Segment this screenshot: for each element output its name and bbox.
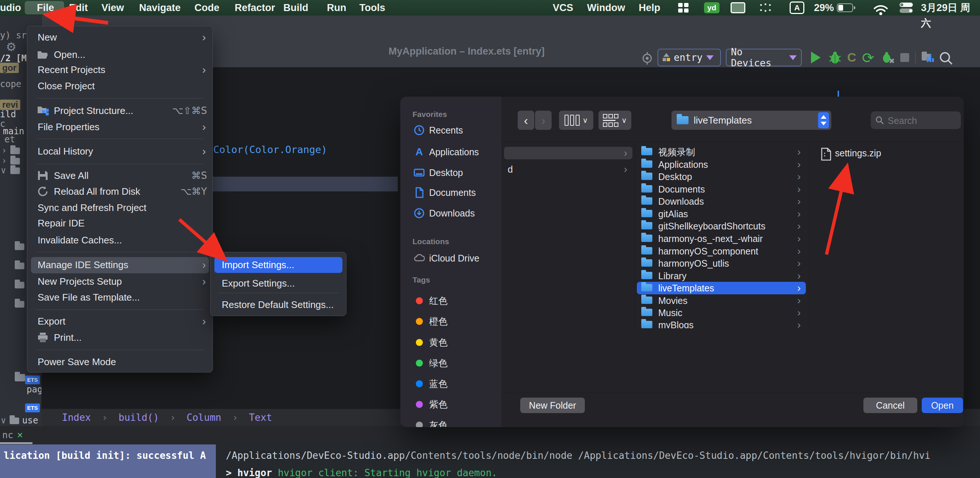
menu-item-manage-ide-settings[interactable]: Manage IDE Settings› [27, 257, 213, 273]
sidebar-tag-blue[interactable]: 蓝色 [400, 376, 502, 391]
search-everywhere-icon[interactable] [939, 51, 953, 66]
file-row[interactable]: Music› [637, 306, 806, 319]
file-row-selected[interactable]: liveTemplates› [637, 282, 806, 294]
wifi-icon[interactable] [874, 3, 888, 18]
file-row[interactable]: Library› [637, 270, 806, 282]
file-row[interactable]: harmonyOS_component› [637, 245, 806, 257]
cancel-button[interactable]: Cancel [864, 398, 917, 413]
breadcrumb-item[interactable]: Text [249, 412, 272, 423]
file-row[interactable]: myBlogs› [637, 319, 806, 328]
menu-help[interactable]: Help [639, 0, 660, 16]
file-row[interactable]: Downloads› [637, 195, 806, 208]
device-selector[interactable]: No Devices [726, 49, 802, 67]
file-row[interactable]: gitShellkeyboardShortcuts› [637, 220, 806, 232]
menu-tools[interactable]: Tools [360, 0, 385, 16]
path-dropdown[interactable]: liveTemplates [671, 111, 831, 130]
menu-item-local-history[interactable]: Local History› [27, 143, 213, 159]
file-row[interactable]: d › [504, 163, 632, 176]
menu-item-file-properties[interactable]: File Properties› [27, 119, 213, 135]
folder-icon[interactable] [15, 282, 24, 288]
stop-debug-icon[interactable] [881, 51, 894, 64]
file-row[interactable]: Documents› [637, 183, 806, 195]
debug-bug-icon[interactable] [829, 51, 841, 64]
rerun-icon[interactable]: ⟳ [862, 49, 875, 67]
menu-item-open[interactable]: Open... [27, 46, 213, 63]
file-row[interactable]: › [504, 147, 632, 159]
chevron-right-icon[interactable]: › [2, 156, 6, 166]
menu-item-new[interactable]: New› [27, 29, 213, 45]
menu-item-recent-projects[interactable]: Recent Projects› [27, 62, 213, 78]
menu-item-restore-default-settings[interactable]: Restore Default Settings... [211, 297, 346, 313]
menu-item-sync-refresh[interactable]: Sync and Refresh Project [27, 200, 213, 216]
sidebar-tag-gray[interactable]: 灰色 [400, 418, 502, 427]
device-target-icon[interactable] [641, 52, 654, 65]
menu-view[interactable]: View [102, 0, 124, 16]
tab-close-icon[interactable]: × [17, 429, 23, 440]
breadcrumb-item[interactable]: Index [62, 412, 91, 423]
breadcrumb-item[interactable]: Column [187, 412, 221, 423]
folder-icon[interactable] [15, 301, 24, 308]
keyboard-brightness-icon[interactable] [759, 0, 772, 16]
menu-file[interactable]: File [37, 0, 54, 16]
menu-item-project-structure[interactable]: Project Structure... ⌥⇧⌘S [27, 103, 213, 119]
menu-refactor[interactable]: Refactor [235, 0, 275, 16]
sidebar-tag-red[interactable]: 红色 [400, 293, 502, 308]
breadcrumb-item[interactable]: build() [118, 412, 159, 423]
sidebar-tag-orange[interactable]: 橙色 [400, 314, 502, 329]
sidebar-item-applications[interactable]: A Applications [400, 145, 502, 159]
menu-item-print[interactable]: Print... [27, 329, 213, 346]
search-field[interactable] [871, 111, 961, 129]
sidebar-item-downloads[interactable]: Downloads [400, 206, 502, 221]
search-input[interactable] [887, 111, 959, 130]
menu-item-reload-all[interactable]: Reload All from Disk ⌥⌘Y [27, 183, 213, 200]
chevron-right-icon[interactable]: › [2, 145, 6, 156]
file-row[interactable]: Movies› [637, 294, 806, 307]
menu-build[interactable]: Build [283, 0, 309, 16]
menu-code[interactable]: Code [194, 0, 220, 16]
file-row[interactable]: harmony-os_-next_-whair› [637, 232, 806, 245]
file-row[interactable]: 视频录制› [637, 146, 806, 158]
menu-item-invalidate-caches[interactable]: Invalidate Caches... [27, 232, 213, 248]
sidebar-item-documents[interactable]: Documents [400, 185, 502, 200]
stepper-icon[interactable] [818, 112, 829, 129]
file-row[interactable]: Desktop› [637, 170, 806, 183]
back-button[interactable]: ‹ [518, 111, 534, 130]
menu-item-power-save-mode[interactable]: Power Save Mode [27, 354, 213, 370]
menu-item-import-settings[interactable]: Import Settings... [211, 257, 346, 273]
sidebar-item-icloud-drive[interactable]: iCloud Drive [400, 251, 502, 265]
run-config-selector[interactable]: entry [657, 49, 721, 67]
battery-icon[interactable] [837, 0, 856, 16]
file-row[interactable]: gitAlias› [637, 208, 806, 220]
group-by-button[interactable]: ∨ [598, 111, 631, 130]
folder-icon[interactable] [15, 243, 24, 250]
coverage-icon[interactable]: C [847, 50, 856, 65]
menu-item-save-all[interactable]: Save All ⌘S [27, 167, 213, 184]
sidebar-item-desktop[interactable]: Desktop [400, 165, 502, 180]
menu-item-export-settings[interactable]: Export Settings... [211, 275, 346, 291]
control-center-icon[interactable] [900, 0, 913, 16]
new-folder-button[interactable]: New Folder [520, 398, 585, 413]
yd-input-icon[interactable]: yd [704, 0, 719, 16]
file-name[interactable]: settings.zip [835, 148, 881, 159]
menu-edit[interactable]: Edit [69, 0, 88, 16]
menu-item-repair-ide[interactable]: Repair IDE [27, 215, 213, 231]
chevron-down-icon[interactable]: ∨ [1, 415, 6, 426]
menu-item-export[interactable]: Export› [27, 313, 213, 329]
menu-vcs[interactable]: VCS [553, 0, 573, 16]
folder-icon[interactable] [10, 148, 20, 154]
menu-item-save-file-as-template[interactable]: Save File as Template... [27, 289, 213, 305]
sidebar-tag-purple[interactable]: 紫色 [400, 397, 502, 411]
menu-window[interactable]: Window [587, 0, 625, 16]
folder-icon[interactable] [15, 374, 25, 381]
terminal-panel[interactable]: lication [build init]: successful A /App… [0, 445, 980, 478]
menu-item-new-projects-setup[interactable]: New Projects Setup› [27, 273, 213, 289]
menu-bar-clock[interactable]: 3月29日 周六 [921, 0, 980, 16]
editor-code-fragment[interactable]: Color(Color.Orange) [213, 143, 327, 156]
terminal-tab-label[interactable]: nc [2, 430, 13, 440]
display-icon[interactable] [730, 0, 745, 16]
sidebar-item-recents[interactable]: Recents [400, 123, 502, 138]
gear-icon[interactable]: ⚙ [6, 40, 17, 54]
stop-icon[interactable] [900, 53, 909, 62]
folder-icon[interactable] [10, 158, 20, 165]
folder-icon[interactable] [10, 167, 20, 174]
